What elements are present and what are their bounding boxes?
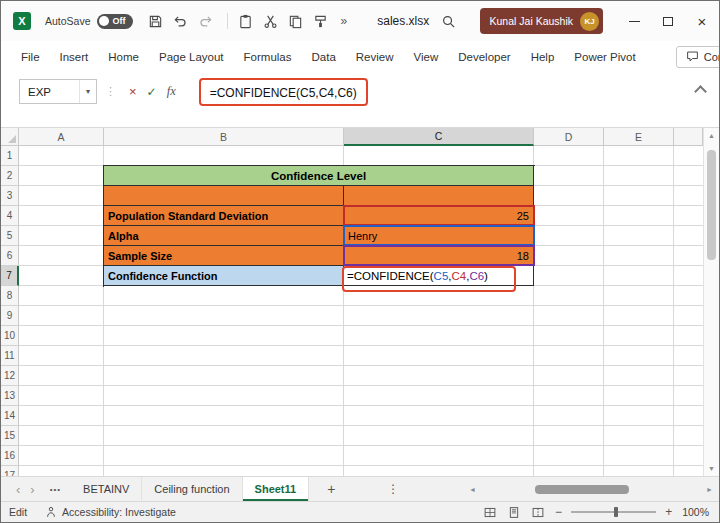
cell-b6[interactable]: Sample Size xyxy=(104,246,344,266)
sheet-nav-left-icon[interactable]: ‹ xyxy=(11,482,25,497)
column-header-e[interactable]: E xyxy=(604,128,674,146)
toolbar-divider xyxy=(227,13,228,29)
ribbon-tab-view[interactable]: View xyxy=(414,51,439,63)
ribbon-tab-file[interactable]: File xyxy=(21,51,40,63)
cell-b7[interactable]: Confidence Function xyxy=(104,266,344,286)
cell-b2-title[interactable]: Confidence Level xyxy=(104,166,534,186)
row-header-4[interactable]: 4 xyxy=(1,206,19,226)
horizontal-scroll-thumb[interactable] xyxy=(535,485,628,494)
horizontal-scroll-track[interactable] xyxy=(480,484,702,495)
account-button[interactable]: Kunal Jai Kaushik KJ xyxy=(480,8,603,34)
cell-c7-active[interactable]: =CONFIDENCE( C5 , C4 , C6 ) xyxy=(344,266,534,286)
zoom-out-button[interactable]: − xyxy=(555,505,562,519)
zoom-level[interactable]: 100% xyxy=(682,506,709,518)
row-header-12[interactable]: 12 xyxy=(1,366,19,386)
row-header-16[interactable]: 16 xyxy=(1,446,19,466)
row-header-7[interactable]: 7 xyxy=(1,266,19,286)
row-header-5[interactable]: 5 xyxy=(1,226,19,246)
formula-input[interactable]: =CONFIDENCE(C5,C4,C6) xyxy=(210,86,357,100)
column-header-d[interactable]: D xyxy=(534,128,604,146)
vertical-scrollbar[interactable]: ▲ ▼ xyxy=(703,128,719,476)
cell-b4[interactable]: Population Standard Deviation xyxy=(104,206,344,226)
column-header-a[interactable]: A xyxy=(19,128,104,146)
ribbon-tab-insert[interactable]: Insert xyxy=(60,51,89,63)
toolbar-overflow-button[interactable]: » xyxy=(341,14,348,28)
row-header-1[interactable]: 1 xyxy=(1,146,19,166)
scroll-down-icon[interactable]: ▼ xyxy=(704,461,719,476)
cell-c4[interactable]: 25 xyxy=(344,206,534,226)
row-header-8[interactable]: 8 xyxy=(1,286,19,306)
ribbon-tab-home[interactable]: Home xyxy=(108,51,139,63)
sheet-nav-right-icon[interactable]: › xyxy=(25,482,39,497)
insert-function-button[interactable]: fx xyxy=(167,84,176,99)
column-header-b[interactable]: B xyxy=(104,128,344,146)
ribbon-tab-power-pivot[interactable]: Power Pivot xyxy=(574,51,635,63)
page-layout-view-button[interactable] xyxy=(507,506,521,519)
row-header-11[interactable]: 11 xyxy=(1,346,19,366)
minimize-button[interactable] xyxy=(617,1,651,41)
search-icon[interactable] xyxy=(441,14,456,29)
page-break-view-button[interactable] xyxy=(531,506,545,519)
scroll-left-icon[interactable]: ◄ xyxy=(465,486,480,493)
autosave-switch[interactable]: Off xyxy=(97,14,133,29)
undo-button[interactable] xyxy=(170,9,192,33)
collapse-formula-bar-icon[interactable] xyxy=(694,85,707,98)
sheet-tab-sheet11[interactable]: Sheet11 xyxy=(243,477,310,501)
scroll-up-icon[interactable]: ▲ xyxy=(704,128,719,143)
horizontal-scrollbar[interactable]: ◄ ► xyxy=(465,477,717,501)
cell-b3[interactable] xyxy=(104,186,344,206)
vertical-scroll-thumb[interactable] xyxy=(707,150,716,260)
row-header-6[interactable]: 6 xyxy=(1,246,19,266)
maximize-button[interactable] xyxy=(651,1,685,41)
zoom-in-button[interactable]: + xyxy=(665,505,672,519)
copy-icon[interactable] xyxy=(285,9,307,33)
row-header-14[interactable]: 14 xyxy=(1,406,19,426)
row-header-9[interactable]: 9 xyxy=(1,306,19,326)
row-header-10[interactable]: 10 xyxy=(1,326,19,346)
zoom-slider[interactable] xyxy=(571,511,656,513)
sheet-tab-betainv[interactable]: BETAINV xyxy=(71,477,142,501)
sheet-canvas[interactable]: Confidence Level Population Standard Dev… xyxy=(19,146,703,476)
row-header-13[interactable]: 13 xyxy=(1,386,19,406)
ribbon-tab-data[interactable]: Data xyxy=(312,51,336,63)
workbook-title[interactable]: sales.xlsx xyxy=(377,14,429,28)
column-header-c[interactable]: C xyxy=(344,128,534,146)
accessibility-status[interactable]: Accessibility: Investigate xyxy=(45,506,176,518)
zoom-slider-knob[interactable] xyxy=(614,507,618,517)
cut-icon[interactable] xyxy=(260,9,282,33)
name-box-dropdown-icon[interactable]: ▾ xyxy=(79,80,96,103)
sheet-options-button[interactable]: ⋮ xyxy=(387,482,399,496)
name-box[interactable]: EXP ▾ xyxy=(19,79,97,104)
comments-label: Comments xyxy=(704,51,720,63)
ribbon-tab-formulas[interactable]: Formulas xyxy=(244,51,292,63)
ribbon-tab-review[interactable]: Review xyxy=(356,51,394,63)
cell-b5[interactable]: Alpha xyxy=(104,226,344,246)
add-sheet-button[interactable]: + xyxy=(327,481,335,497)
save-button[interactable] xyxy=(145,9,167,33)
cell-c5[interactable]: Henry xyxy=(344,226,534,246)
confirm-entry-button[interactable]: ✓ xyxy=(147,85,157,99)
row-header-17[interactable]: 17 xyxy=(1,466,19,476)
sheet-tab-ceiling-function[interactable]: Ceiling function xyxy=(142,477,242,501)
redo-button[interactable] xyxy=(195,9,217,33)
row-header-15[interactable]: 15 xyxy=(1,426,19,446)
close-button[interactable]: × xyxy=(685,1,719,41)
row-header-3[interactable]: 3 xyxy=(1,186,19,206)
comments-button[interactable]: Comments xyxy=(676,46,720,68)
paste-icon[interactable] xyxy=(235,9,257,33)
sheet-list-button[interactable]: ••• xyxy=(50,485,61,494)
autosave-toggle[interactable]: AutoSave Off xyxy=(45,14,133,29)
format-painter-icon[interactable] xyxy=(310,9,332,33)
normal-view-button[interactable] xyxy=(483,506,497,519)
row-header-2[interactable]: 2 xyxy=(1,166,19,186)
cell-c3[interactable] xyxy=(344,186,534,206)
ribbon-tab-page-layout[interactable]: Page Layout xyxy=(159,51,224,63)
cancel-entry-button[interactable]: × xyxy=(129,84,137,99)
scroll-right-icon[interactable]: ► xyxy=(702,486,717,493)
ribbon-tab-help[interactable]: Help xyxy=(531,51,555,63)
formula-bar-resize-handle[interactable]: ⋮ xyxy=(105,85,116,98)
ribbon-tab-bar: File Insert Home Page Layout Formulas Da… xyxy=(1,41,719,72)
select-all-corner[interactable] xyxy=(1,128,19,146)
cell-c6[interactable]: 18 xyxy=(344,246,534,266)
ribbon-tab-developer[interactable]: Developer xyxy=(458,51,510,63)
